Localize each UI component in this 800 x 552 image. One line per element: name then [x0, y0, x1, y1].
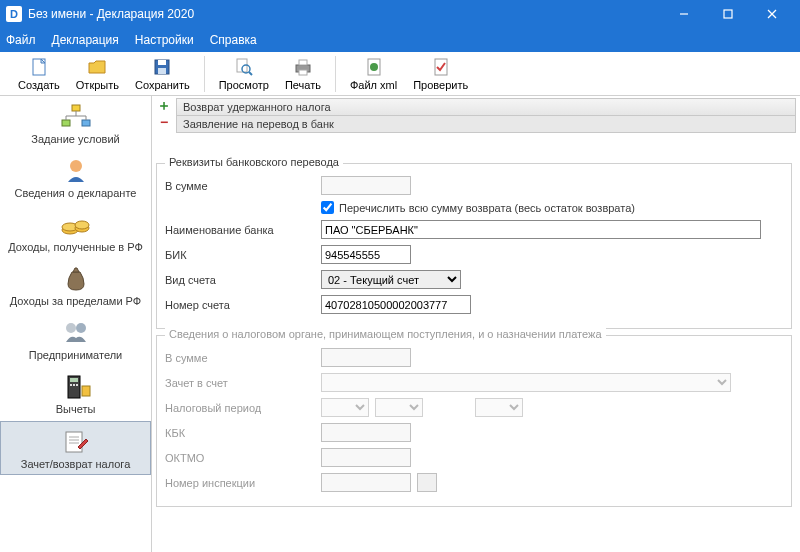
xml-file-icon	[362, 56, 386, 78]
tree-buttons: ＋ −	[156, 98, 172, 130]
preview-label: Просмотр	[219, 79, 269, 91]
bank-fieldset: Реквизиты банковского перевода В сумме П…	[156, 163, 792, 329]
svg-line-10	[249, 72, 252, 75]
nav-conditions-label: Задание условий	[31, 133, 119, 145]
period-select-2	[375, 398, 423, 417]
maximize-button[interactable]	[706, 0, 750, 28]
oktmo-label: ОКТМО	[165, 452, 321, 464]
handshake-icon	[58, 319, 94, 347]
save-disk-icon	[150, 56, 174, 78]
svg-rect-17	[72, 105, 80, 111]
inspection-label: Номер инспекции	[165, 477, 321, 489]
create-button[interactable]: Создать	[10, 54, 68, 93]
offset-label: Зачет в счет	[165, 377, 321, 389]
money-bag-icon	[58, 265, 94, 293]
menu-help[interactable]: Справка	[210, 33, 257, 47]
printer-icon	[291, 56, 315, 78]
account-type-label: Вид счета	[165, 274, 321, 286]
content: ＋ − Возврат удержанного налога Заявление…	[152, 96, 800, 552]
period-select-3	[475, 398, 523, 417]
tree-list[interactable]: Возврат удержанного налога Заявление на …	[176, 98, 796, 133]
inspection-input	[321, 473, 411, 492]
tax-sum-input	[321, 348, 411, 367]
main: Задание условий Сведения о декларанте До…	[0, 96, 800, 552]
xml-button[interactable]: Файл xml	[342, 54, 405, 93]
tree-row-2[interactable]: Заявление на перевод в банк	[177, 116, 795, 132]
svg-rect-13	[299, 70, 307, 75]
tree-row-1[interactable]: Возврат удержанного налога	[177, 99, 795, 116]
svg-rect-33	[70, 384, 72, 386]
account-no-input[interactable]	[321, 295, 471, 314]
print-label: Печать	[285, 79, 321, 91]
save-button[interactable]: Сохранить	[127, 54, 198, 93]
svg-rect-36	[82, 386, 90, 396]
toolbar-separator	[204, 56, 205, 92]
svg-rect-32	[70, 378, 78, 382]
svg-point-24	[70, 160, 82, 172]
tree-diagram-icon	[58, 103, 94, 131]
nav-declarant[interactable]: Сведения о декларанте	[0, 150, 151, 204]
check-button[interactable]: Проверить	[405, 54, 476, 93]
sum-input	[321, 176, 411, 195]
print-button[interactable]: Печать	[277, 54, 329, 93]
svg-point-15	[370, 63, 378, 71]
svg-point-30	[76, 323, 86, 333]
nav-entrepreneur-label: Предприниматели	[29, 349, 122, 361]
inspection-lookup-button	[417, 473, 437, 492]
svg-rect-18	[62, 120, 70, 126]
period-label: Налоговый период	[165, 402, 321, 414]
offset-select	[321, 373, 731, 392]
kbk-label: КБК	[165, 427, 321, 439]
svg-rect-34	[73, 384, 75, 386]
add-row-button[interactable]: ＋	[156, 98, 172, 114]
open-label: Открыть	[76, 79, 119, 91]
svg-point-28	[75, 221, 89, 229]
treebar: ＋ − Возврат удержанного налога Заявление…	[152, 96, 800, 135]
new-file-icon	[27, 56, 51, 78]
nav-deductions-label: Вычеты	[56, 403, 96, 415]
nav-entrepreneur[interactable]: Предприниматели	[0, 312, 151, 366]
nav-income-rf-label: Доходы, полученные в РФ	[8, 241, 143, 253]
window-title: Без имени - Декларация 2020	[28, 7, 662, 21]
svg-point-29	[66, 323, 76, 333]
svg-rect-19	[82, 120, 90, 126]
period-select-1	[321, 398, 369, 417]
menu-file[interactable]: Файл	[6, 33, 36, 47]
toolbar: Создать Открыть Сохранить Просмотр Печат…	[0, 52, 800, 96]
full-refund-checkbox[interactable]	[321, 201, 334, 214]
bank-name-input[interactable]	[321, 220, 761, 239]
create-label: Создать	[18, 79, 60, 91]
remove-row-button[interactable]: −	[156, 114, 172, 130]
nav-income-foreign-label: Доходы за пределами РФ	[10, 295, 141, 307]
nav-income-foreign[interactable]: Доходы за пределами РФ	[0, 258, 151, 312]
full-refund-label: Перечислить всю сумму возврата (весь ост…	[339, 202, 635, 214]
minimize-button[interactable]	[662, 0, 706, 28]
menu-declaration[interactable]: Декларация	[52, 33, 119, 47]
person-icon	[58, 157, 94, 185]
nav-deductions[interactable]: Вычеты	[0, 366, 151, 420]
svg-rect-1	[724, 10, 732, 18]
close-button[interactable]	[750, 0, 794, 28]
tax-fieldset: Сведения о налоговом органе, принимающем…	[156, 335, 792, 507]
nav-income-rf[interactable]: Доходы, полученные в РФ	[0, 204, 151, 258]
menubar: Файл Декларация Настройки Справка	[0, 28, 800, 52]
kbk-input	[321, 423, 411, 442]
titlebar: D Без имени - Декларация 2020	[0, 0, 800, 28]
account-type-select[interactable]: 02 - Текущий счет	[321, 270, 461, 289]
nav-conditions[interactable]: Задание условий	[0, 96, 151, 150]
coins-icon	[58, 211, 94, 239]
menu-settings[interactable]: Настройки	[135, 33, 194, 47]
account-no-label: Номер счета	[165, 299, 321, 311]
nav-declarant-label: Сведения о декларанте	[15, 187, 137, 199]
bik-label: БИК	[165, 249, 321, 261]
check-label: Проверить	[413, 79, 468, 91]
nav-refund[interactable]: Зачет/возврат налога	[0, 421, 151, 475]
open-folder-icon	[85, 56, 109, 78]
document-pen-icon	[58, 428, 94, 456]
preview-button[interactable]: Просмотр	[211, 54, 277, 93]
open-button[interactable]: Открыть	[68, 54, 127, 93]
check-icon	[429, 56, 453, 78]
bik-input[interactable]	[321, 245, 411, 264]
magnify-icon	[232, 56, 256, 78]
sidebar: Задание условий Сведения о декларанте До…	[0, 96, 152, 552]
